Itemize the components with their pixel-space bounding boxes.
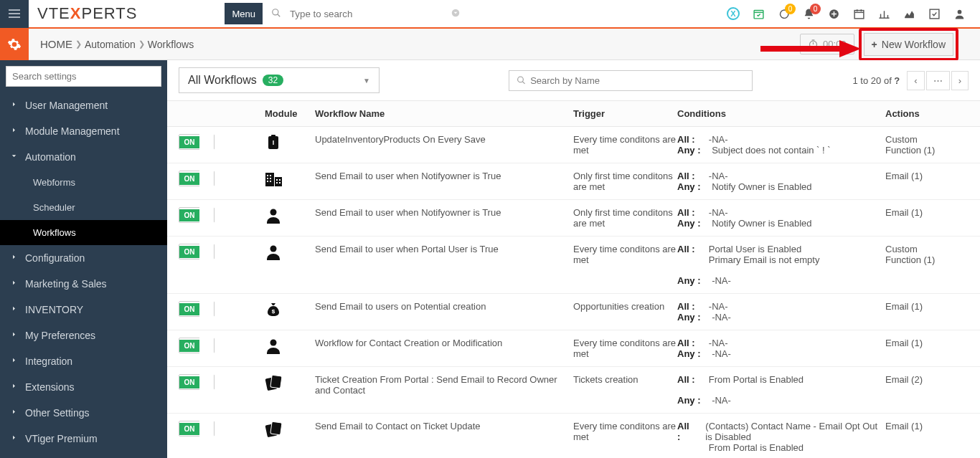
workflow-name[interactable]: UpdateInventoryProducts On Every Save	[315, 134, 573, 145]
name-search-box[interactable]	[509, 70, 753, 91]
chevron-icon	[10, 330, 18, 340]
logo-x: X	[70, 4, 82, 22]
sidebar-subitem[interactable]: Webforms	[0, 170, 167, 195]
sidebar-item[interactable]: VTiger Premium	[0, 426, 167, 452]
workflow-name[interactable]: Send Email to user when Notifyowner is T…	[315, 171, 573, 181]
workflow-actions: Email (1)	[885, 301, 950, 312]
sidebar-subitem[interactable]: Scheduler	[0, 195, 167, 220]
main-content: All Workflows 32 ▼ 1 to 20 of ? ‹ ⋯ › Mo…	[167, 60, 980, 458]
chevron-icon	[10, 408, 18, 418]
status-toggle[interactable]: ON	[179, 421, 215, 436]
sidebar-item[interactable]: Marketing & Sales	[0, 271, 167, 297]
sidebar-subitem[interactable]: Workflows	[0, 220, 167, 245]
settings-sidebar: User ManagementModule ManagementAutomati…	[0, 60, 167, 458]
pager-total[interactable]: ?	[894, 75, 900, 86]
pager-more-button[interactable]: ⋯	[926, 71, 950, 90]
pager-range: 1 to 20 of	[853, 75, 895, 86]
top-bar: VTEXPERTS Menu X 0 0	[0, 0, 980, 29]
workflow-name[interactable]: Send Email to user when Notifyowner is T…	[315, 207, 573, 218]
module-icon	[265, 210, 282, 228]
table-row: ONSend Email to user when Portal User is…	[167, 237, 980, 294]
hamburger-button[interactable]	[0, 0, 29, 28]
module-icon	[265, 424, 283, 442]
new-workflow-label: New Workflow	[882, 39, 946, 50]
top-icons: X 0 0	[727, 7, 980, 20]
workflow-name[interactable]: Send Email to Contact on Ticket Update	[315, 421, 573, 431]
name-search-input[interactable]	[530, 75, 745, 86]
plus-icon: +	[872, 39, 877, 50]
calendar-icon[interactable]	[853, 8, 865, 20]
workflow-trigger: Tickets creation	[573, 374, 677, 385]
status-toggle[interactable]: ON	[179, 338, 215, 353]
breadcrumb-home[interactable]: HOME	[40, 38, 72, 50]
calendar-check-icon[interactable]	[753, 8, 765, 20]
workflows-filter-label: All Workflows	[188, 74, 257, 87]
svg-rect-28	[267, 175, 268, 176]
logo-prefix: VTE	[37, 4, 70, 22]
sidebar-item[interactable]: User Management	[0, 92, 167, 118]
status-toggle[interactable]: ON	[179, 171, 215, 186]
sidebar-item[interactable]: Configuration	[0, 245, 167, 271]
sidebar-item-label: Automation	[25, 151, 76, 163]
bell-icon[interactable]: 0	[803, 8, 815, 20]
settings-gear-button[interactable]	[0, 29, 29, 60]
workflows-filter-dropdown[interactable]: All Workflows 32 ▼	[179, 67, 380, 93]
chat-icon[interactable]: 0	[778, 8, 790, 20]
sidebar-item-label: My Preferences	[25, 330, 95, 341]
hamburger-icon	[9, 9, 20, 18]
sidebar-item[interactable]: My Preferences	[0, 323, 167, 348]
bar-chart-icon[interactable]	[878, 8, 890, 20]
sidebar-item[interactable]: Extensions	[0, 374, 167, 400]
status-toggle[interactable]: ON	[179, 244, 215, 259]
toggle-on-label: ON	[179, 340, 199, 352]
workflow-trigger: Every time conditons are met	[573, 338, 677, 359]
workflow-name[interactable]: Send Email to users on Potential creatio…	[315, 301, 573, 312]
svg-rect-30	[267, 178, 268, 179]
workflow-conditions: All : -NA-Any : Notify Owner is Enabled	[677, 171, 885, 192]
timer-value: 00:00	[823, 39, 847, 49]
sidebar-search-input[interactable]	[6, 66, 161, 87]
new-workflow-button[interactable]: + New Workflow	[864, 33, 953, 56]
status-toggle[interactable]: ON	[179, 207, 215, 223]
global-search[interactable]	[267, 4, 475, 24]
plus-circle-icon[interactable]	[828, 8, 840, 20]
pager-prev-button[interactable]: ‹	[907, 71, 924, 90]
workflow-name[interactable]: Ticket Creation From Portal : Send Email…	[315, 374, 573, 396]
status-toggle[interactable]: ON	[179, 134, 215, 150]
table-row: ONSend Email to user when Notifyowner is…	[167, 163, 980, 200]
workflow-name[interactable]: Send Email to user when Portal User is T…	[315, 244, 573, 254]
breadcrumb-item-automation[interactable]: Automation	[85, 39, 136, 50]
table-header: Module Workflow Name Trigger Conditions …	[167, 100, 980, 127]
status-toggle[interactable]: ON	[179, 301, 215, 317]
header-trigger: Trigger	[573, 108, 677, 119]
workflow-trigger: Only first time conditons are met	[573, 171, 677, 192]
breadcrumb-item-workflows[interactable]: Workflows	[148, 39, 194, 50]
svg-point-21	[518, 77, 524, 82]
checkbox-icon[interactable]	[928, 8, 941, 20]
timer-widget[interactable]: 00:00	[800, 34, 854, 54]
workflow-trigger: Every time conditons are met	[573, 244, 677, 265]
chevron-icon	[10, 305, 18, 315]
sidebar-item[interactable]: Module Management	[0, 118, 167, 144]
x-circle-icon[interactable]: X	[727, 7, 740, 20]
breadcrumb-row: HOME ❯ Automation ❯ Workflows 00:00 + Ne…	[0, 29, 980, 60]
status-toggle[interactable]: ON	[179, 374, 215, 390]
user-icon[interactable]	[953, 8, 966, 20]
sidebar-item[interactable]: INVENTORY	[0, 297, 167, 323]
chevron-icon	[10, 126, 18, 136]
pager-next-button[interactable]: ›	[951, 71, 969, 90]
sidebar-item[interactable]: Other Settings	[0, 400, 167, 426]
workflow-actions: Email (1)	[885, 171, 950, 181]
svg-rect-14	[930, 9, 939, 19]
workflow-name[interactable]: Workflow for Contact Creation or Modific…	[315, 338, 573, 348]
menu-button[interactable]: Menu	[225, 3, 263, 24]
toggle-on-label: ON	[179, 136, 199, 148]
sidebar-item[interactable]: Automation	[0, 144, 167, 170]
area-chart-icon[interactable]	[903, 8, 915, 20]
toggle-on-label: ON	[179, 173, 199, 185]
sidebar-item[interactable]: Integration	[0, 348, 167, 374]
header-actions: Actions	[885, 108, 950, 119]
global-search-input[interactable]	[286, 4, 451, 24]
search-dropdown-icon[interactable]	[451, 8, 461, 20]
module-icon	[265, 247, 282, 264]
